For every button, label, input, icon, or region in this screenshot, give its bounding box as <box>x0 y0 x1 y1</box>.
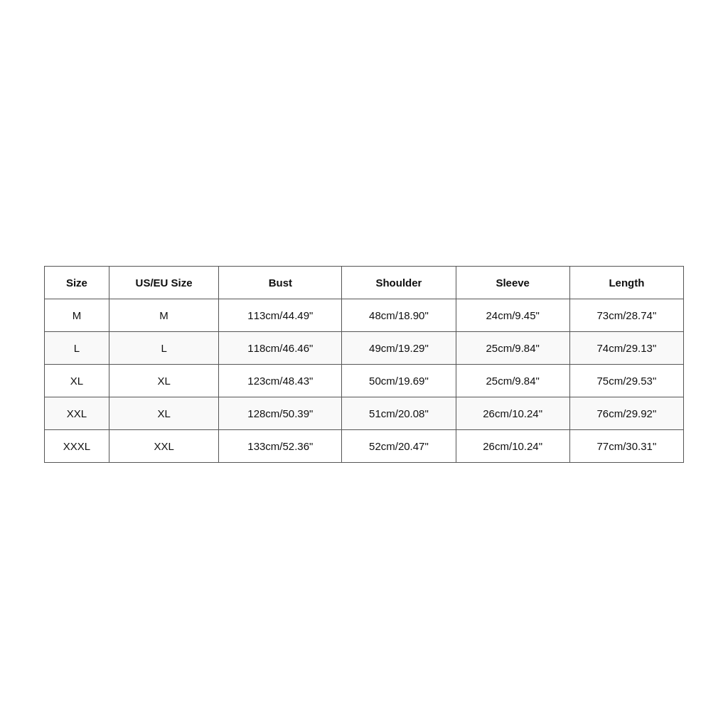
table-header-cell: Size <box>45 266 109 299</box>
size-chart-table: SizeUS/EU SizeBustShoulderSleeveLength M… <box>44 266 684 463</box>
table-cell: 52cm/20.47" <box>342 429 456 462</box>
table-cell: 74cm/29.13" <box>569 331 683 364</box>
table-row: LL118cm/46.46"49cm/19.29"25cm/9.84"74cm/… <box>45 331 684 364</box>
table-cell: XXL <box>109 429 219 462</box>
table-cell: 133cm/52.36" <box>219 429 342 462</box>
table-cell: M <box>45 299 109 331</box>
table-cell: XL <box>109 364 219 397</box>
table-cell: 50cm/19.69" <box>342 364 456 397</box>
table-row: XXLXL128cm/50.39"51cm/20.08"26cm/10.24"7… <box>45 397 684 429</box>
table-header-row: SizeUS/EU SizeBustShoulderSleeveLength <box>45 266 684 299</box>
table-cell: L <box>109 331 219 364</box>
table-header-cell: Sleeve <box>456 266 569 299</box>
table-body: MM113cm/44.49"48cm/18.90"24cm/9.45"73cm/… <box>45 299 684 462</box>
table-cell: 26cm/10.24" <box>456 397 569 429</box>
table-cell: XXL <box>45 397 109 429</box>
table-cell: 24cm/9.45" <box>456 299 569 331</box>
table-header-cell: Length <box>569 266 683 299</box>
table-cell: 73cm/28.74" <box>569 299 683 331</box>
table-header-cell: US/EU Size <box>109 266 219 299</box>
table-header-cell: Bust <box>219 266 342 299</box>
table-cell: 49cm/19.29" <box>342 331 456 364</box>
table-row: MM113cm/44.49"48cm/18.90"24cm/9.45"73cm/… <box>45 299 684 331</box>
table-cell: XL <box>109 397 219 429</box>
table-cell: 118cm/46.46" <box>219 331 342 364</box>
table-header-cell: Shoulder <box>342 266 456 299</box>
table-cell: 75cm/29.53" <box>569 364 683 397</box>
table-cell: 48cm/18.90" <box>342 299 456 331</box>
table-row: XXXLXXL133cm/52.36"52cm/20.47"26cm/10.24… <box>45 429 684 462</box>
table-row: XLXL123cm/48.43"50cm/19.69"25cm/9.84"75c… <box>45 364 684 397</box>
table-cell: XXXL <box>45 429 109 462</box>
size-chart-container: SizeUS/EU SizeBustShoulderSleeveLength M… <box>44 266 684 463</box>
table-cell: M <box>109 299 219 331</box>
table-cell: 77cm/30.31" <box>569 429 683 462</box>
table-cell: 76cm/29.92" <box>569 397 683 429</box>
table-cell: 26cm/10.24" <box>456 429 569 462</box>
table-cell: XL <box>45 364 109 397</box>
table-cell: 25cm/9.84" <box>456 364 569 397</box>
table-cell: 25cm/9.84" <box>456 331 569 364</box>
table-cell: 51cm/20.08" <box>342 397 456 429</box>
table-cell: 113cm/44.49" <box>219 299 342 331</box>
table-cell: L <box>45 331 109 364</box>
table-cell: 128cm/50.39" <box>219 397 342 429</box>
table-cell: 123cm/48.43" <box>219 364 342 397</box>
